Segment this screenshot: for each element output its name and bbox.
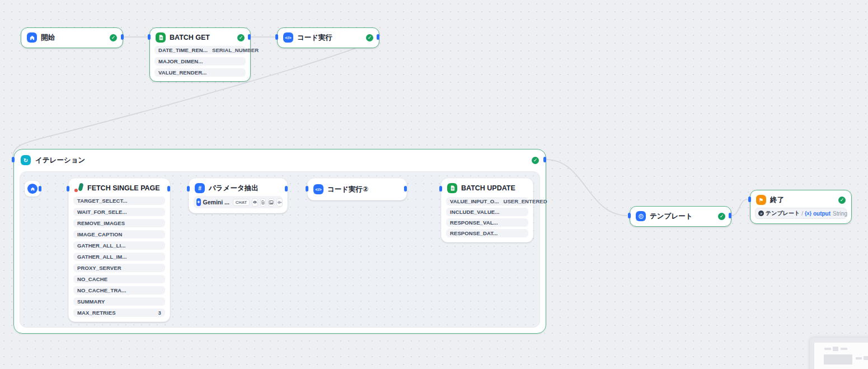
port-code-in[interactable] <box>275 34 278 40</box>
variable-type: String <box>833 211 847 217</box>
home-icon <box>27 184 37 194</box>
field-row: NO_CACHE <box>73 275 165 283</box>
iteration-loop-icon: ↻ <box>21 155 31 165</box>
parameter-extract-icon: # <box>195 183 205 193</box>
minimap-node-block <box>824 348 831 350</box>
field-row: PROXY_SERVER <box>73 264 165 272</box>
node-end[interactable]: ⚑ 終了 ✓ テンプレート / {x} output String <box>750 190 852 224</box>
node-fetch-single-page[interactable]: FETCH SINGLE PAGE TARGET_SELECT... WAIT_… <box>68 178 170 322</box>
port-batchget-out[interactable] <box>248 34 251 40</box>
node-title: FETCH SINGLE PAGE <box>87 184 160 192</box>
node-code-exec-2[interactable]: </> コード実行② <box>307 178 407 200</box>
field-row: RESPONSE_DAT... <box>446 229 528 237</box>
node-title: 終了 <box>770 195 784 205</box>
port-code2-out[interactable] <box>404 186 407 191</box>
gemini-icon: ✦ <box>196 198 201 206</box>
field-row: DATE_TIME_REN...SERIAL_NUMBER <box>154 46 246 54</box>
port-update-in[interactable] <box>439 186 442 191</box>
model-name: Gemini ... <box>203 199 229 205</box>
port-iteration-in[interactable] <box>12 157 15 162</box>
minimap[interactable] <box>810 338 868 369</box>
field-row: GATHER_ALL_LI... <box>73 241 165 250</box>
variable-name: output <box>813 211 831 217</box>
end-flag-icon: ⚑ <box>756 195 766 205</box>
edge-iteration-template <box>546 160 627 216</box>
audio-capability-icon <box>276 198 283 207</box>
success-check-icon: ✓ <box>366 34 373 41</box>
code-icon: </> <box>283 32 293 43</box>
spreadsheet-icon <box>447 183 457 193</box>
document-capability-icon <box>260 198 266 207</box>
node-title: コード実行 <box>297 33 332 43</box>
node-param-extract[interactable]: # パラメータ抽出 ✦ Gemini ... CHAT <box>189 178 288 213</box>
field-row: VALUE_INPUT_O...USER_ENTERED <box>446 197 528 205</box>
fetch-tool-icon <box>74 183 83 193</box>
field-row: IMAGE_CAPTION <box>73 230 165 239</box>
minimap-node-block <box>841 348 847 350</box>
field-row: TARGET_SELECT... <box>73 197 165 205</box>
node-code-exec[interactable]: </> コード実行 ✓ <box>277 27 379 48</box>
field-row: VALUE_RENDER... <box>154 68 246 77</box>
output-variable-chip[interactable]: テンプレート / {x} output String <box>755 208 847 219</box>
success-check-icon: ✓ <box>718 213 725 220</box>
field-row: GATHER_ALL_IM... <box>73 253 165 261</box>
field-row: MAX_RETRIES3 <box>73 309 165 317</box>
variable-icon: {x} <box>805 211 811 216</box>
template-icon <box>636 211 646 221</box>
success-check-icon: ✓ <box>838 197 846 204</box>
success-check-icon: ✓ <box>110 34 117 41</box>
field-row: NO_CACHE_TRA... <box>73 286 165 295</box>
template-node-mini-icon <box>758 211 764 216</box>
port-batchget-in[interactable] <box>148 34 151 40</box>
workflow-canvas[interactable]: ↻ イテレーション ✓ 開始 ✓ BATCH GET ✓ DATE_TIME_R… <box>0 0 868 369</box>
port-fetch-out[interactable] <box>167 186 170 191</box>
minimap-node-block <box>833 347 838 351</box>
variable-source-node: テンプレート <box>766 209 800 217</box>
node-title: イテレーション <box>35 156 85 165</box>
image-capability-icon <box>268 198 274 207</box>
minimap-node-block <box>864 356 868 360</box>
node-batch-get[interactable]: BATCH GET ✓ DATE_TIME_REN...SERIAL_NUMBE… <box>149 27 251 82</box>
field-row: MAJOR_DIMEN... <box>154 57 246 66</box>
minimap-node-block <box>824 354 852 365</box>
port-start-out[interactable] <box>121 34 124 40</box>
edge-template-end <box>731 199 748 216</box>
field-row: WAIT_FOR_SELE... <box>73 208 165 216</box>
port-end-in[interactable] <box>748 197 751 202</box>
node-batch-update[interactable]: BATCH UPDATE VALUE_INPUT_O...USER_ENTERE… <box>441 178 533 242</box>
model-mode-badge: CHAT <box>233 199 250 206</box>
node-title: 開始 <box>41 33 55 43</box>
field-row: REMOVE_IMAGES <box>73 219 165 227</box>
success-check-icon: ✓ <box>532 157 539 164</box>
port-template-in[interactable] <box>628 213 631 218</box>
port-param-out[interactable] <box>285 186 288 191</box>
vision-capability-icon <box>252 198 258 207</box>
port-iterstart-out[interactable] <box>39 186 41 191</box>
node-title: パラメータ抽出 <box>209 184 259 193</box>
field-row: INCLUDE_VALUE... <box>446 208 528 216</box>
port-template-out[interactable] <box>729 213 731 218</box>
model-selector-chip[interactable]: ✦ Gemini ... CHAT <box>194 196 283 208</box>
port-param-in[interactable] <box>187 186 190 191</box>
port-fetch-in[interactable] <box>67 186 69 191</box>
code-icon: </> <box>313 184 323 194</box>
node-template[interactable]: テンプレート ✓ <box>630 206 731 227</box>
port-code-out[interactable] <box>377 34 379 40</box>
node-iteration-start[interactable] <box>25 181 40 197</box>
node-start[interactable]: 開始 ✓ <box>21 27 123 48</box>
home-icon <box>27 32 37 43</box>
separator: / <box>801 211 803 217</box>
spreadsheet-icon <box>156 32 166 43</box>
minimap-node-block <box>856 357 862 359</box>
node-title: BATCH UPDATE <box>461 184 515 192</box>
node-title: BATCH GET <box>170 34 210 41</box>
port-iteration-out[interactable] <box>543 157 546 162</box>
field-row: SUMMARY <box>73 297 165 306</box>
minimap-viewport <box>814 343 868 369</box>
node-title: コード実行② <box>327 185 369 194</box>
node-title: テンプレート <box>650 212 692 221</box>
field-row: RESPONSE_VAL... <box>446 218 528 227</box>
success-check-icon: ✓ <box>237 34 245 41</box>
port-code2-in[interactable] <box>306 186 308 191</box>
